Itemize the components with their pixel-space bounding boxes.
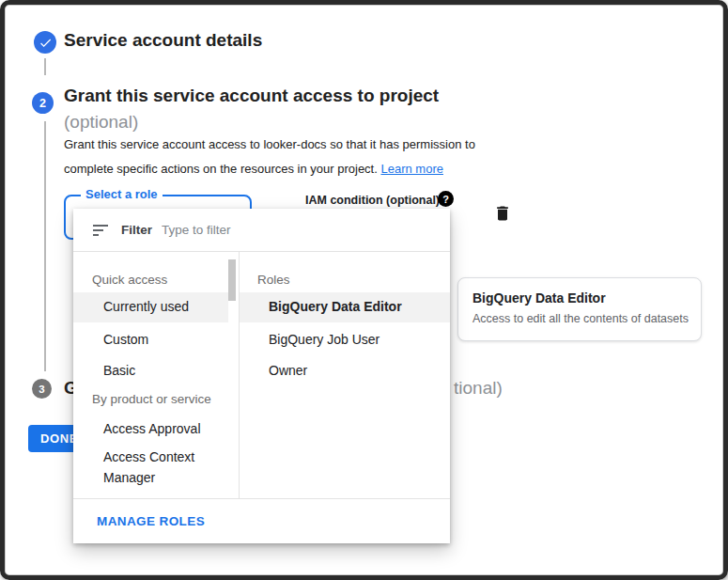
delete-role-icon[interactable] <box>493 203 512 224</box>
manage-roles-link[interactable]: MANAGE ROLES <box>97 514 205 528</box>
product-item-access-approval[interactable]: Access Approval <box>103 421 201 436</box>
column-divider <box>239 252 240 498</box>
step2-number-badge: 2 <box>32 92 54 114</box>
stepper-connector <box>44 58 46 75</box>
role-tooltip-card: BigQuery Data Editor Access to edit all … <box>457 277 702 341</box>
role-item-owner[interactable]: Owner <box>269 363 307 378</box>
step3-title-fragment-right: tional) <box>454 378 503 399</box>
filter-label: Filter <box>121 223 152 237</box>
role-tooltip-title: BigQuery Data Editor <box>472 290 687 306</box>
quick-access-item-currently-used[interactable]: Currently used <box>103 299 189 314</box>
step3-number-badge: 3 <box>32 379 52 399</box>
description-line1: Grant this service account access to loo… <box>64 137 475 151</box>
step1-complete-icon <box>34 31 56 54</box>
step2-optional-label: (optional) <box>64 112 138 133</box>
step1-title: Service account details <box>64 30 262 51</box>
step2-description: Grant this service account access to loo… <box>64 133 475 181</box>
help-icon[interactable]: ? <box>438 191 454 207</box>
stepper-connector <box>44 121 46 371</box>
quick-access-item-custom[interactable]: Custom <box>103 332 148 347</box>
check-icon <box>39 36 53 50</box>
service-account-wizard: Service account details 2 Grant this ser… <box>0 0 728 580</box>
select-role-label: Select a role <box>81 187 163 201</box>
filter-input[interactable] <box>160 222 450 238</box>
filter-icon <box>93 225 108 236</box>
learn-more-link[interactable]: Learn more <box>380 162 442 176</box>
quick-access-header: Quick access <box>92 273 167 287</box>
scrollbar-thumb[interactable] <box>228 259 236 301</box>
role-picker-panel: Filter Quick access Currently used Custo… <box>73 209 450 543</box>
product-item-access-context-manager[interactable]: Access Context Manager <box>103 447 216 488</box>
role-picker-columns: Quick access Currently used Custom Basic… <box>73 252 450 498</box>
step2-title: Grant this service account access to pro… <box>64 86 439 106</box>
iam-condition-label: IAM condition (optional) <box>305 194 440 207</box>
role-item-bigquery-job-user[interactable]: BigQuery Job User <box>269 332 379 347</box>
panel-footer: MANAGE ROLES <box>73 498 450 543</box>
by-product-header: By product or service <box>92 392 211 406</box>
description-line2: complete specific actions on the resourc… <box>64 162 378 176</box>
roles-header: Roles <box>257 273 290 287</box>
role-tooltip-description: Access to edit all the contents of datas… <box>472 312 687 325</box>
filter-row: Filter <box>73 209 450 252</box>
quick-access-item-basic[interactable]: Basic <box>103 363 135 378</box>
role-item-bigquery-data-editor[interactable]: BigQuery Data Editor <box>269 299 402 314</box>
